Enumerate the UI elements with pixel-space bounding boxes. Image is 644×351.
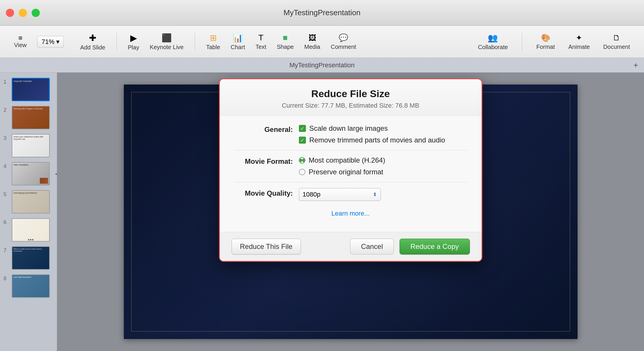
modal-subtitle: Current Size: 77.7 MB, Estimated Size: 7… [232, 102, 470, 109]
remove-trimmed-checkbox[interactable]: ✓ [299, 137, 306, 144]
scale-images-label: Scale down large images [309, 124, 388, 133]
window-title: MyTestingPresentation [283, 8, 360, 17]
scale-images-row: ✓ Scale down large images [299, 124, 445, 133]
main-area: 1 Keynote Tutorials 2 Working with Image… [0, 73, 644, 351]
general-section: General: ✓ Scale down large images ✓ Rem… [234, 124, 467, 144]
keynote-live-icon: ⬛ [162, 33, 172, 43]
shape-icon: ■ [283, 33, 288, 42]
select-arrow-icon: ⬍ [373, 191, 377, 198]
animate-button[interactable]: ✦ Animate [563, 32, 595, 52]
modal-title: Reduce File Size [232, 88, 470, 99]
preserve-format-radio[interactable] [299, 169, 305, 175]
comment-button[interactable]: 💬 Comment [326, 32, 362, 52]
text-button[interactable]: T Text [250, 31, 272, 52]
general-label: General: [234, 124, 293, 134]
slide-thumbnail-6[interactable]: 6 [0, 216, 57, 244]
most-compatible-radio[interactable] [299, 157, 305, 164]
zoom-button[interactable]: 71% ▾ [32, 34, 69, 49]
add-slide-icon: ✚ [89, 33, 96, 43]
learn-more-section: Learn more... [234, 207, 467, 223]
keynote-live-button[interactable]: ⬛ Keynote Live [145, 31, 189, 52]
remove-trimmed-row: ✓ Remove trimmed parts of movies and aud… [299, 136, 445, 144]
quality-select[interactable]: 1080p ⬍ [299, 188, 381, 201]
movie-format-label: Movie Format: [234, 156, 293, 166]
slide-thumb-image-5: Self playing presentations [12, 190, 50, 214]
view-icon: ⊞ [18, 35, 22, 41]
most-compatible-row: Most compatible (H.264) [299, 156, 385, 164]
table-icon: ⊞ [210, 33, 217, 43]
comment-icon: 💬 [339, 33, 348, 42]
modal-overlay: Reduce File Size Current Size: 77.7 MB, … [57, 73, 644, 351]
view-button[interactable]: ⊞ View [9, 33, 32, 50]
maximize-button[interactable] [32, 9, 40, 17]
format-button[interactable]: 🎨 Format [531, 32, 560, 52]
format-icon: 🎨 [541, 33, 550, 42]
play-icon: ▶ [130, 33, 137, 43]
add-tab-button[interactable]: + [633, 61, 638, 70]
title-bar: MyTestingPresentation [0, 0, 644, 26]
slide-thumbnail-7[interactable]: 7 Affect my slide and my huge camera wor… [0, 244, 57, 272]
slide-thumbnail-8[interactable]: 8 Let's Add Narration! [0, 272, 57, 300]
slide-thumb-image-2: Working with Images in Keynote [12, 106, 50, 129]
table-button[interactable]: ⊞ Table [201, 31, 225, 52]
chart-button[interactable]: 📊 Chart [225, 31, 250, 52]
slide-thumbnail-4[interactable]: 4 Slide Transitions ◀ [0, 160, 57, 188]
movie-quality-section: Movie Quality: 1080p ⬍ [234, 188, 467, 201]
cancel-button[interactable]: Cancel [350, 239, 394, 254]
tab-bar: MyTestingPresentation + [0, 58, 644, 73]
play-button[interactable]: ▶ Play [123, 31, 145, 53]
zoom-arrow-icon: ▾ [56, 38, 59, 46]
collaborate-icon: 👥 [488, 33, 498, 43]
collaborate-button[interactable]: 👥 Collaborate [473, 31, 513, 52]
canvas-area: Keynote Tutorials 🔊 iDownloadBlog.com Re… [57, 73, 644, 351]
tab-title: MyTestingPresentation [290, 61, 355, 69]
general-controls: ✓ Scale down large images ✓ Remove trimm… [299, 124, 445, 144]
modal-body: General: ✓ Scale down large images ✓ Rem… [220, 116, 482, 232]
modal-footer: Reduce This File Cancel Reduce a Copy [220, 232, 482, 261]
movie-quality-label: Movie Quality: [234, 188, 293, 197]
preserve-format-label: Preserve original format [309, 168, 383, 176]
chart-icon: 📊 [233, 33, 243, 43]
quality-value: 1080p [303, 191, 321, 198]
toolbar-right: 👥 Collaborate 🎨 Format ✦ Animate 🗋 Docum… [473, 31, 635, 52]
media-icon: 🖼 [309, 33, 316, 42]
quality-select-row: 1080p ⬍ [299, 188, 381, 201]
triangle-icon: ◀ [55, 171, 57, 177]
document-icon: 🗋 [613, 33, 620, 42]
slide-thumbnail-1[interactable]: 1 Keynote Tutorials [0, 75, 57, 104]
slide-panel: 1 Keynote Tutorials 2 Working with Image… [0, 73, 57, 351]
most-compatible-label: Most compatible (H.264) [309, 156, 385, 164]
add-slide-button[interactable]: ✚ Add Slide [75, 31, 111, 53]
slide-thumb-image-7: Affect my slide and my huge camera works… [12, 246, 50, 270]
media-button[interactable]: 🖼 Media [299, 32, 325, 52]
movie-format-controls: Most compatible (H.264) Preserve origina… [299, 156, 385, 176]
toolbar: ⊞ View 71% ▾ ✚ Add Slide ▶ Play ⬛ Keynot… [0, 26, 644, 58]
slide-thumb-image-6 [12, 218, 50, 242]
learn-more-link[interactable]: Learn more... [331, 210, 370, 217]
slide-thumbnail-2[interactable]: 2 Working with Images in Keynote [0, 104, 57, 132]
movie-quality-controls: 1080p ⬍ [299, 188, 381, 201]
movie-format-section: Movie Format: Most compatible (H.264) Pr [234, 156, 467, 176]
preserve-format-row: Preserve original format [299, 168, 385, 176]
slide-thumbnail-5[interactable]: 5 Self playing presentations [0, 188, 57, 216]
window-controls [6, 9, 40, 17]
separator-1 [117, 33, 117, 51]
slide-thumb-image-4: Slide Transitions [12, 162, 50, 185]
minimize-button[interactable] [19, 9, 27, 17]
slide-thumb-image-8: Let's Add Narration! [12, 274, 50, 298]
reduce-this-file-button[interactable]: Reduce This File [232, 239, 301, 254]
slide-thumb-image-1: Keynote Tutorials [12, 78, 50, 101]
slide-thumbnail-3[interactable]: 3 Share your slideshow online with Keyno… [0, 132, 57, 160]
animate-icon: ✦ [576, 33, 582, 42]
shape-button[interactable]: ■ Shape [272, 31, 299, 52]
remove-trimmed-label: Remove trimmed parts of movies and audio [309, 136, 445, 144]
close-button[interactable] [6, 9, 14, 17]
document-button[interactable]: 🗋 Document [598, 32, 635, 52]
text-icon: T [258, 33, 263, 42]
reduce-copy-button[interactable]: Reduce a Copy [400, 239, 470, 254]
scale-images-checkbox[interactable]: ✓ [299, 125, 306, 132]
zoom-value: 71% [42, 38, 54, 46]
slide-thumb-image-3: Share your slideshow online with Keynote… [12, 134, 50, 157]
dots-indicator [28, 239, 34, 240]
divider-2 [234, 182, 467, 182]
